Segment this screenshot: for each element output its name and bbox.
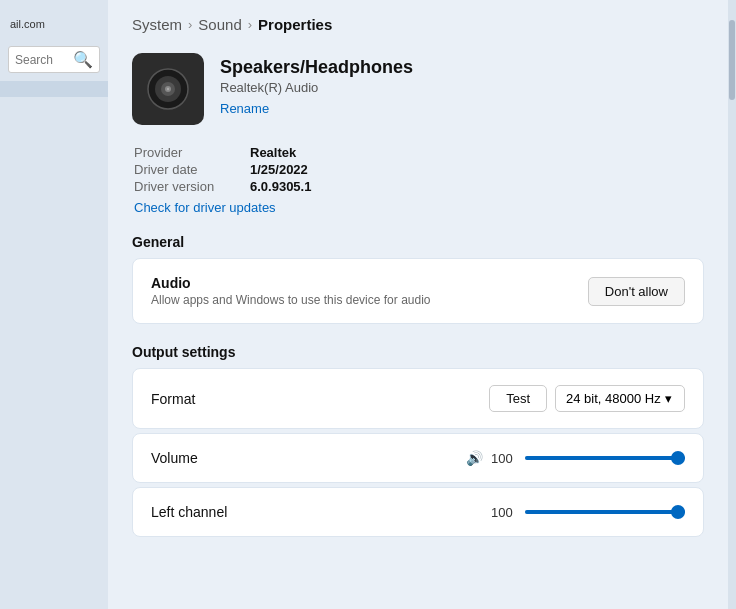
speaker-icon <box>146 67 190 111</box>
breadcrumb: System › Sound › Properties <box>132 16 704 33</box>
device-info: Speakers/Headphones Realtek(R) Audio Ren… <box>220 53 413 117</box>
left-channel-controls: 100 <box>491 505 685 520</box>
driver-version-label: Driver version <box>134 179 234 194</box>
breadcrumb-sep1: › <box>188 17 192 32</box>
device-header: Speakers/Headphones Realtek(R) Audio Ren… <box>132 53 704 125</box>
left-channel-value: 100 <box>491 505 517 520</box>
volume-row: Volume 🔊 100 <box>151 450 685 466</box>
volume-controls: 🔊 100 <box>466 450 685 466</box>
format-label: Format <box>151 391 195 407</box>
volume-slider-fill <box>525 456 685 460</box>
driver-date-value: 1/25/2022 <box>250 162 308 177</box>
check-updates-link[interactable]: Check for driver updates <box>134 200 276 215</box>
left-channel-label: Left channel <box>151 504 227 520</box>
rename-link[interactable]: Rename <box>220 101 269 116</box>
format-controls: Test 24 bit, 48000 Hz ▾ <box>489 385 685 412</box>
test-button[interactable]: Test <box>489 385 547 412</box>
provider-label: Provider <box>134 145 234 160</box>
chevron-down-icon: ▾ <box>665 391 672 406</box>
search-icon: 🔍 <box>73 50 93 69</box>
breadcrumb-current: Properties <box>258 16 332 33</box>
dont-allow-button[interactable]: Don't allow <box>588 277 685 306</box>
left-channel-slider-thumb[interactable] <box>671 505 685 519</box>
breadcrumb-system[interactable]: System <box>132 16 182 33</box>
left-channel-card: Left channel 100 <box>132 487 704 537</box>
audio-card: Audio Allow apps and Windows to use this… <box>132 258 704 324</box>
driver-provider-row: Provider Realtek <box>134 145 704 160</box>
output-settings-title: Output settings <box>132 344 704 360</box>
left-channel-row: Left channel 100 <box>151 504 685 520</box>
breadcrumb-sound[interactable]: Sound <box>198 16 241 33</box>
scrollbar[interactable] <box>728 0 736 609</box>
driver-date-label: Driver date <box>134 162 234 177</box>
device-name: Speakers/Headphones <box>220 57 413 78</box>
volume-slider-thumb[interactable] <box>671 451 685 465</box>
search-input[interactable] <box>15 53 73 67</box>
sidebar: ail.com 🔍 <box>0 0 108 609</box>
search-bar[interactable]: 🔍 <box>8 46 100 73</box>
format-card: Format Test 24 bit, 48000 Hz ▾ <box>132 368 704 429</box>
audio-row: Audio Allow apps and Windows to use this… <box>151 275 685 307</box>
main-content: System › Sound › Properties Speakers/Hea… <box>108 0 728 609</box>
volume-label: Volume <box>151 450 198 466</box>
provider-value: Realtek <box>250 145 296 160</box>
device-subtitle: Realtek(R) Audio <box>220 80 413 95</box>
general-section-title: General <box>132 234 704 250</box>
driver-info: Provider Realtek Driver date 1/25/2022 D… <box>132 145 704 216</box>
volume-value: 100 <box>491 451 517 466</box>
audio-title: Audio <box>151 275 431 291</box>
volume-slider[interactable] <box>525 456 685 460</box>
driver-version-value: 6.0.9305.1 <box>250 179 311 194</box>
audio-desc: Allow apps and Windows to use this devic… <box>151 293 431 307</box>
format-row: Format Test 24 bit, 48000 Hz ▾ <box>151 385 685 412</box>
device-icon <box>132 53 204 125</box>
driver-version-row: Driver version 6.0.9305.1 <box>134 179 704 194</box>
left-channel-slider-fill <box>525 510 685 514</box>
sidebar-selected-item[interactable] <box>0 81 108 97</box>
volume-card: Volume 🔊 100 <box>132 433 704 483</box>
breadcrumb-sep2: › <box>248 17 252 32</box>
format-select[interactable]: 24 bit, 48000 Hz ▾ <box>555 385 685 412</box>
scrollbar-thumb[interactable] <box>729 20 735 100</box>
sidebar-email: ail.com <box>0 10 108 38</box>
driver-date-row: Driver date 1/25/2022 <box>134 162 704 177</box>
audio-text: Audio Allow apps and Windows to use this… <box>151 275 431 307</box>
volume-icon: 🔊 <box>466 450 483 466</box>
format-value: 24 bit, 48000 Hz <box>566 391 661 406</box>
svg-point-4 <box>167 88 169 90</box>
left-channel-slider[interactable] <box>525 510 685 514</box>
